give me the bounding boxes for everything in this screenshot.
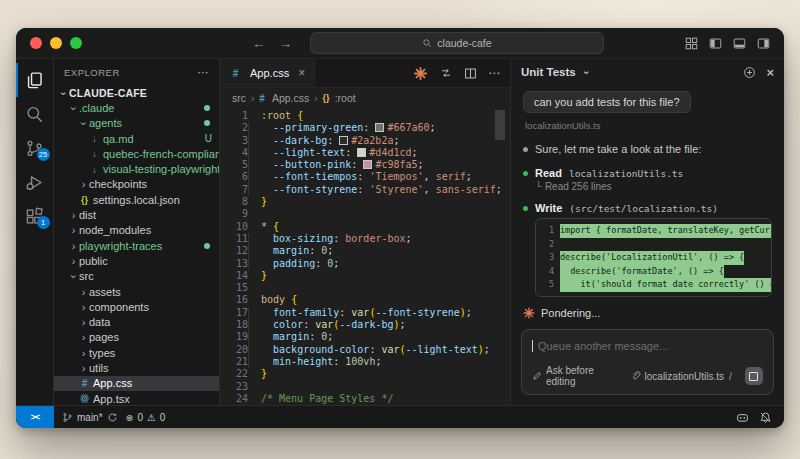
text-caret (532, 340, 533, 352)
line-content: --light-text: #d4d1cd; (248, 147, 418, 159)
navigate-forward-button[interactable]: → (279, 36, 292, 51)
attachment-label: localizationUtils.ts (645, 371, 724, 382)
tree-item-assets[interactable]: ›assets (54, 284, 219, 299)
code-editor[interactable]: 1:root {2 --primary-green: #667a60;3 --d… (220, 108, 510, 405)
tree-item-pages[interactable]: ›pages (54, 330, 219, 345)
tree-item-settings-local-json[interactable]: {}settings.local.json (54, 192, 219, 207)
tree-item-label: visual-testing-playwright... (103, 163, 220, 175)
color-swatch[interactable] (375, 123, 384, 132)
tree-item-public[interactable]: ›public (54, 253, 219, 268)
code-line-14: 14} (220, 270, 510, 282)
line-content (248, 381, 261, 393)
toggle-secondary-sidebar-icon[interactable] (757, 37, 770, 50)
diff-line-1: 1import { formatDate, translateKey, getC… (536, 224, 771, 238)
chevron-down-icon: › (58, 88, 70, 99)
tree-item-label: dist (79, 209, 96, 221)
tree-item-dist[interactable]: ›dist (54, 207, 219, 222)
chevron-down-icon: › (68, 103, 80, 114)
editor-scrollbar[interactable] (495, 110, 505, 140)
attachment-chip[interactable]: localizationUtils.ts (631, 371, 724, 382)
tree-item-components[interactable]: ›components (54, 299, 219, 314)
slash-command-hint[interactable]: / (729, 371, 732, 382)
branch-status[interactable]: main* (62, 412, 118, 423)
diff-line-text: describe('LocalizationUtil', () => { (560, 251, 744, 265)
tree-item--claude[interactable]: ›.claude (54, 100, 219, 115)
tree-item-claude-cafe[interactable]: ›CLAUDE-CAFE (54, 85, 219, 100)
minimize-window-button[interactable] (50, 37, 62, 49)
open-changes-icon[interactable] (439, 66, 453, 80)
command-center-search[interactable]: claude-cafe (310, 32, 604, 54)
tree-item-qa-md[interactable]: ↓qa.mdU (54, 131, 219, 146)
tree-item-playwright-traces[interactable]: ›playwright-traces (54, 238, 219, 253)
chevron-right-icon: › (68, 255, 79, 267)
color-swatch[interactable] (339, 136, 348, 145)
pencil-icon (532, 371, 542, 381)
breadcrumb-symbol[interactable]: :root (335, 92, 356, 104)
activity-search[interactable] (16, 97, 54, 131)
activity-source-control[interactable]: 25 (16, 131, 54, 165)
chevron-down-icon[interactable]: › (581, 67, 593, 78)
line-number: 16 (220, 294, 248, 306)
tree-item-node-modules[interactable]: ›node_modules (54, 223, 219, 238)
tree-item-types[interactable]: ›types (54, 345, 219, 360)
css-file-icon: # (259, 93, 265, 104)
copilot-icon[interactable] (736, 411, 749, 424)
tree-item-checkpoints[interactable]: ›checkpoints (54, 177, 219, 192)
zoom-window-button[interactable] (70, 37, 82, 49)
customize-layout-icon[interactable] (685, 37, 698, 50)
navigate-back-button[interactable]: ← (252, 36, 265, 51)
breadcrumb-file[interactable]: App.css (272, 92, 309, 104)
problems-status[interactable]: ⊗ 0 ⚠ 0 (126, 412, 166, 423)
code-line-7: 7 --font-styrene: 'Styrene', sans-serif; (220, 184, 510, 196)
close-panel-icon[interactable]: × (766, 65, 774, 80)
tool-read-file[interactable]: localizationUtils.ts (569, 168, 683, 179)
activity-explorer[interactable] (16, 63, 54, 97)
explorer-more-actions-icon[interactable]: ⋯ (198, 66, 210, 79)
diff-code-block[interactable]: 1import { formatDate, translateKey, getC… (535, 218, 772, 297)
line-number: 14 (220, 270, 248, 282)
tree-item-app-tsx[interactable]: App.tsx (54, 391, 219, 405)
tab-close-icon[interactable]: × (298, 66, 305, 80)
tree-item-data[interactable]: ›data (54, 314, 219, 329)
toggle-panel-icon[interactable] (733, 37, 746, 50)
chat-input-box[interactable]: Ask before editing localizationUtils.ts … (521, 329, 774, 395)
chat-message-input[interactable] (536, 339, 763, 353)
notifications-muted-icon[interactable] (759, 411, 772, 424)
git-branch-icon (62, 412, 73, 423)
line-content (248, 208, 261, 220)
tree-item-app-css[interactable]: #App.css (54, 376, 219, 391)
line-content: --dark-bg: #2a2b2a; (248, 135, 399, 147)
color-swatch[interactable] (363, 160, 372, 169)
sync-icon[interactable] (107, 412, 118, 423)
chevron-right-icon: › (68, 240, 79, 252)
remote-indicator[interactable]: >< (16, 406, 54, 428)
tree-item-utils[interactable]: ›utils (54, 360, 219, 375)
close-window-button[interactable] (30, 37, 42, 49)
line-content: } (248, 368, 267, 380)
diff-line-number: 1 (536, 224, 560, 238)
activity-run-debug[interactable] (16, 165, 54, 199)
tree-item-visual-testing-playwright-[interactable]: ↓visual-testing-playwright...U (54, 161, 219, 176)
tree-item-quebec-french-complian-[interactable]: ↓quebec-french-complian...U (54, 146, 219, 161)
editor-more-actions-icon[interactable]: ⋯ (488, 66, 500, 80)
new-chat-icon[interactable] (743, 66, 756, 79)
split-editor-icon[interactable] (464, 67, 477, 80)
explorer-title: EXPLORER (64, 67, 120, 78)
chevron-right-icon: › (78, 347, 89, 359)
stop-button[interactable] (745, 367, 763, 385)
tab-bar: # App.css × (220, 59, 510, 88)
tab-app-css[interactable]: # App.css × (220, 59, 315, 87)
toggle-primary-sidebar-icon[interactable] (709, 37, 722, 50)
edit-mode-selector[interactable]: Ask before editing (532, 365, 618, 387)
tree-item-agents[interactable]: ›agents (54, 116, 219, 131)
scm-badge: 25 (37, 148, 50, 161)
color-swatch[interactable] (357, 148, 366, 157)
activity-extensions[interactable]: 1 (16, 199, 54, 233)
error-icon: ⊗ (126, 412, 134, 423)
tree-item-src[interactable]: ›src (54, 269, 219, 284)
tool-write-path[interactable]: (src/test/localization.ts) (569, 203, 718, 214)
diff-line-number: 5 (536, 278, 560, 292)
md-file-icon: ↓ (88, 133, 101, 144)
claude-starburst-icon[interactable] (413, 66, 428, 81)
breadcrumb-src[interactable]: src (232, 92, 246, 104)
